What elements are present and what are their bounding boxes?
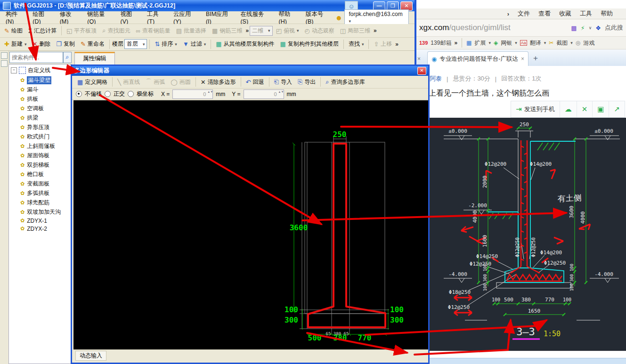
- lightning-icon[interactable]: ⚡: [581, 24, 585, 32]
- cloud-button[interactable]: ☁: [560, 101, 577, 117]
- toolbar2-overflow[interactable]: »: [395, 41, 398, 48]
- fav-extensions[interactable]: 扩展: [474, 39, 486, 47]
- tree-item-loudoulangbi[interactable]: ✿漏斗梁壁: [9, 75, 71, 85]
- fav-bank[interactable]: 网银: [501, 39, 512, 47]
- undo-button[interactable]: ↶回退: [244, 77, 267, 87]
- tree-item[interactable]: ✿空调板: [9, 104, 71, 113]
- browser-urlbar[interactable]: xgx.com/question/giml/list ▩ ⚡ ∨ ❖ 点此搜: [416, 19, 626, 37]
- draw-line-button[interactable]: ╲画直线: [115, 77, 142, 87]
- tree-item[interactable]: ✿拱梁: [9, 113, 71, 122]
- import-button[interactable]: ⎗导入: [272, 77, 294, 87]
- fav-snip[interactable]: 截图: [556, 39, 568, 47]
- url-dropdown-icon[interactable]: ∨: [589, 25, 592, 30]
- find-button[interactable]: 查找▾: [346, 39, 366, 49]
- fav-overflow[interactable]: »: [454, 40, 457, 46]
- tree-item[interactable]: ✿欧式拱门: [9, 132, 71, 141]
- tree-item[interactable]: ✿双坡加加天沟: [9, 207, 71, 217]
- toolbar1-overflow2[interactable]: »: [374, 27, 377, 34]
- menu-cloud[interactable]: 云应用(Y): [171, 9, 201, 26]
- collapse-icon[interactable]: −: [11, 67, 17, 73]
- menu-draw[interactable]: 绘图(D): [30, 9, 55, 26]
- local-3d-button[interactable]: ◫局部三维: [338, 26, 373, 36]
- menu-modify[interactable]: 修改(M): [57, 9, 83, 26]
- menu-bim[interactable]: BIM应用(I): [203, 9, 236, 26]
- radio-no-offset[interactable]: [76, 91, 82, 97]
- y-input[interactable]: 0: [244, 89, 284, 99]
- dynamic-input-tab[interactable]: 动态输入: [75, 351, 106, 361]
- menu-help[interactable]: 帮助(H): [276, 9, 301, 26]
- tab-qa-platform[interactable]: ◉ 专业造价问题答疑平台-广联达 ×: [427, 51, 528, 66]
- menu-component[interactable]: 构件(N): [3, 9, 28, 26]
- tree-item[interactable]: ✿异形压顶: [9, 122, 71, 132]
- hidden-tab-close-icon[interactable]: ×: [417, 56, 421, 62]
- delete-button[interactable]: ✕删除: [30, 39, 53, 49]
- editor-title-bar[interactable]: 多边形编辑器 ✕: [72, 66, 428, 76]
- search-input[interactable]: [9, 52, 63, 63]
- rebar-3d-button[interactable]: ▦钢筋三维: [210, 26, 244, 36]
- draw-arc-button[interactable]: ⌒画弧: [143, 77, 167, 87]
- editor-canvas[interactable]: 65 380 65 250 3600 100 300 100 300 500 3…: [73, 100, 428, 351]
- fav-mail[interactable]: 139邮箱: [431, 39, 451, 47]
- radio-ortho[interactable]: [105, 91, 111, 97]
- move-up-button[interactable]: ⇧上移: [371, 39, 394, 49]
- browser-menu-help[interactable]: 帮助: [601, 9, 613, 18]
- define-grid-button[interactable]: ▦定义网格: [75, 77, 110, 87]
- menu-rebar-qty[interactable]: 钢筋量(Q): [84, 9, 115, 26]
- browser-menu-tools[interactable]: 工具: [580, 9, 592, 18]
- toolbar1-overflow[interactable]: »: [245, 27, 249, 34]
- polygon-outline-red[interactable]: [308, 144, 385, 327]
- menu-tools[interactable]: 工具(T): [144, 9, 169, 26]
- menu-overflow-chevron[interactable]: ›: [507, 10, 509, 17]
- tree-item[interactable]: ✿屋面饰板: [9, 151, 71, 160]
- tree-root-custom-line[interactable]: − 自定义线: [9, 65, 71, 75]
- menu-version[interactable]: 版本号(B): [303, 9, 333, 26]
- browser-menu-fav[interactable]: 收藏: [559, 9, 571, 18]
- copy-to-other-floor-button[interactable]: ▦复制构件到其他楼层: [278, 39, 341, 49]
- export-button[interactable]: ⎘导出: [295, 77, 318, 87]
- floor-select[interactable]: 首层▾: [124, 39, 147, 49]
- tree-item[interactable]: ✿球壳配筋: [9, 198, 71, 207]
- dock-square[interactable]: [1, 60, 8, 67]
- paw-search-icon[interactable]: ❖: [595, 24, 601, 32]
- find-element-button[interactable]: ⌕查找图元: [100, 26, 132, 36]
- tree-item[interactable]: ✿变截面板: [9, 179, 71, 188]
- qr-icon[interactable]: ▩: [571, 24, 577, 32]
- align-slab-top-button[interactable]: ◱平齐板顶: [64, 26, 99, 36]
- summarize-button[interactable]: Σ汇总计算: [26, 26, 59, 36]
- tab-close-icon[interactable]: ×: [521, 56, 524, 62]
- copy-button[interactable]: ❐复制: [54, 39, 77, 49]
- new-tab-button[interactable]: +: [533, 54, 538, 63]
- share-button[interactable]: ↗: [609, 101, 625, 117]
- menu-view[interactable]: 视图(V): [117, 9, 142, 26]
- radio-polar[interactable]: [128, 91, 134, 97]
- tree-item[interactable]: ✿多弧拱板: [9, 188, 71, 198]
- fav-translate[interactable]: 翻译: [530, 39, 541, 47]
- view-mode-select[interactable]: 二维▾: [250, 26, 273, 36]
- url-text[interactable]: xgx.com/question/giml/list: [419, 23, 511, 32]
- browser-menu-view[interactable]: 查看: [538, 9, 551, 18]
- tree-item[interactable]: ✿拱板: [9, 94, 71, 104]
- browser-menu-file[interactable]: 文件: [518, 9, 530, 18]
- copy-from-other-floor-button[interactable]: ▦从其他楼层复制构件: [213, 39, 276, 49]
- search-hint[interactable]: 点此搜: [605, 24, 623, 32]
- tree-item[interactable]: ✿双折梯板: [9, 160, 71, 170]
- tree-item[interactable]: ✿檐口板: [9, 170, 71, 179]
- filter-button[interactable]: ▼过滤▾: [180, 39, 208, 49]
- asker-name[interactable]: 阿泰: [430, 75, 442, 82]
- tree-item[interactable]: ✿上斜雨篷板: [9, 141, 71, 151]
- draw-circle-button[interactable]: ◯画圆: [168, 77, 193, 87]
- fav-game[interactable]: 游戏: [583, 39, 594, 47]
- tab-property-edit[interactable]: 属性编辑: [74, 52, 115, 65]
- dock-square[interactable]: [1, 52, 8, 59]
- batch-select-button[interactable]: ▤批量选择: [174, 26, 209, 36]
- sort-button[interactable]: ⇅排序▾: [152, 39, 179, 49]
- clear-polygon-button[interactable]: ✕清除多边形: [198, 77, 238, 87]
- account-dropdown[interactable]: forpk.chen@163.com ▾: [344, 9, 409, 25]
- rename-button[interactable]: ✎重命名: [78, 39, 107, 49]
- editor-close-icon[interactable]: ✕: [417, 67, 426, 75]
- menu-online[interactable]: 在线服务(S): [237, 9, 274, 26]
- orbit-button[interactable]: ◴动态观察: [302, 26, 336, 36]
- draw-tool-button[interactable]: ✎绘图: [2, 26, 25, 36]
- top-view-button[interactable]: ◰俯视▾: [274, 26, 301, 36]
- save-button[interactable]: ▣: [592, 101, 609, 117]
